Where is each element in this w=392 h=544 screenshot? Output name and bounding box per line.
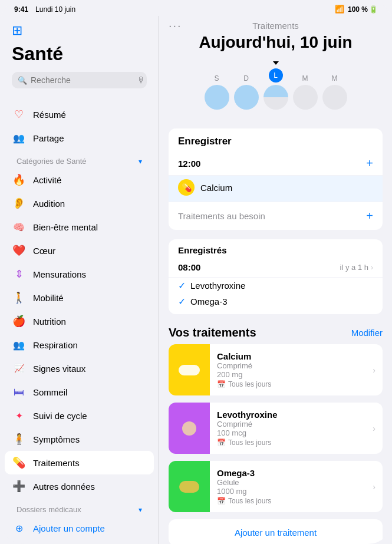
- sidebar-item-coeur[interactable]: ❤️ Cœur: [5, 239, 154, 262]
- sidebar-item-partage[interactable]: 👥 Partage: [5, 126, 154, 150]
- sidebar: ⊞ Santé 🔍 🎙 ♡ Résumé 👥 Partage: [0, 16, 159, 544]
- sidebar-item-autres[interactable]: ➕ Autres données: [5, 474, 154, 498]
- sidebar-title: Santé: [12, 43, 147, 65]
- add-treatment-button[interactable]: Ajouter un traitement: [169, 519, 383, 544]
- sidebar-item-traitements[interactable]: 💊 Traitements: [5, 451, 154, 474]
- sidebar-item-sommeil[interactable]: 🛏 Sommeil: [5, 380, 154, 404]
- search-icon: 🔍: [18, 76, 27, 85]
- omega3-treatment-dose: 1000 mg: [217, 487, 365, 496]
- enregistrer-title: Enregistrer: [169, 128, 383, 152]
- omega3-info: Omega-3 Gélule 1000 mg 📅 Tous les jours: [210, 461, 373, 512]
- fire-icon: 🔥: [12, 173, 26, 187]
- add-1200-button[interactable]: +: [366, 157, 373, 170]
- nutrition-icon: 🍎: [12, 314, 26, 328]
- battery-indicator: 100 % 🔋: [348, 5, 378, 14]
- status-date: Lundi 10 juin: [35, 5, 75, 14]
- sidebar-item-respiration[interactable]: 👥 Respiration: [5, 333, 154, 357]
- search-bar[interactable]: 🔍 🎙: [12, 72, 147, 88]
- sidebar-label-partage: Partage: [33, 133, 64, 143]
- sidebar-item-audition[interactable]: 👂 Audition: [5, 192, 154, 215]
- add-besoin-button[interactable]: +: [366, 209, 373, 223]
- right-panel: ··· Traitements Aujourd'hui, 10 juin S D: [159, 16, 392, 544]
- modifier-button[interactable]: Modifier: [351, 328, 383, 338]
- day-circle-s1: [205, 85, 229, 110]
- sidebar-item-nutrition[interactable]: 🍎 Nutrition: [5, 309, 154, 333]
- treatment-item-calcium[interactable]: Calcium Comprimé 200 mg 📅 Tous les jours…: [169, 344, 383, 395]
- day-circle-l: [263, 85, 288, 110]
- enregistres-header: Enregistrés: [169, 239, 383, 258]
- calcium-med-row[interactable]: 💊 Calcium: [169, 176, 383, 202]
- symptomes-icon: 🧍: [12, 432, 26, 446]
- sidebar-item-resume[interactable]: ♡ Résumé: [5, 103, 154, 126]
- sidebar-item-bien-etre[interactable]: 🧠 Bien-être mental: [5, 215, 154, 239]
- day-item-m1[interactable]: M: [293, 74, 318, 110]
- levothyroxine-label: Levothyroxine: [190, 281, 245, 291]
- enregistres-time-label: 08:00: [178, 262, 200, 272]
- enregistres-time-row[interactable]: 08:00 il y a 1 h ›: [169, 258, 383, 278]
- calcium-chevron-icon: ›: [373, 344, 383, 395]
- day-item-s1[interactable]: S: [205, 74, 229, 110]
- levothyroxine-treatment-type: Comprimé: [217, 420, 365, 428]
- omega3-check-row: ✓ Omega-3: [169, 294, 383, 314]
- sidebar-label-suivi: Suivi de cycle: [33, 411, 87, 421]
- treatment-item-levothyroxine[interactable]: Levothyroxine Comprimé 100 mcg 📅 Tous le…: [169, 403, 383, 454]
- levothyroxine-thumb: [169, 403, 210, 454]
- mic-icon[interactable]: 🎙: [137, 75, 146, 85]
- heart-icon: ♡: [12, 107, 26, 121]
- omega3-thumb: [169, 461, 210, 512]
- sidebar-item-suivi[interactable]: ✦ Suivi de cycle: [5, 404, 154, 427]
- omega3-chevron-icon: ›: [373, 461, 383, 512]
- sidebar-label-resume: Résumé: [33, 110, 66, 120]
- chevron-down-icon[interactable]: ▾: [139, 157, 142, 166]
- sidebar-label-coeur: Cœur: [33, 246, 55, 256]
- day-label-l: L: [269, 68, 283, 83]
- day-item-l[interactable]: L: [263, 61, 288, 110]
- sidebar-label-ajouter-compte: Ajouter un compte: [33, 523, 105, 533]
- sidebar-label-signes: Signes vitaux: [33, 364, 85, 374]
- levothyroxine-treatment-dose: 100 mcg: [217, 428, 365, 437]
- sidebar-label-respiration: Respiration: [33, 340, 78, 350]
- day-circle-d: [234, 85, 259, 110]
- device-frame: 9:41 Lundi 10 juin 📶 100 % 🔋 ⊞ Santé 🔍 🎙: [0, 0, 392, 544]
- chevron-right-icon: ›: [371, 263, 373, 272]
- signes-icon: 📈: [12, 361, 26, 375]
- dossiers-chevron-icon[interactable]: ▾: [139, 506, 142, 514]
- sidebar-item-signes[interactable]: 📈 Signes vitaux: [5, 357, 154, 380]
- sidebar-item-mobilite[interactable]: 🚶 Mobilité: [5, 286, 154, 309]
- suivi-icon: ✦: [12, 408, 26, 423]
- day-item-d[interactable]: D: [234, 74, 259, 110]
- check-levothyroxine-icon: ✓: [178, 280, 186, 291]
- omega3-treatment-name: Omega-3: [217, 468, 365, 478]
- panel-title: Traitements: [252, 21, 299, 31]
- enregistres-time-ago: il y a 1 h ›: [340, 263, 373, 272]
- mobilite-icon: 🚶: [12, 291, 26, 305]
- levothyroxine-pill-shape: [182, 421, 196, 436]
- calcium-icon: 💊: [178, 179, 195, 196]
- search-input[interactable]: [31, 75, 134, 85]
- day-circle-m2: [322, 85, 347, 110]
- day-circle-m1: [293, 85, 318, 110]
- ear-icon: 👂: [12, 196, 26, 210]
- sidebar-item-activite[interactable]: 🔥 Activité: [5, 168, 154, 192]
- sidebar-label-mobilite: Mobilité: [33, 293, 64, 303]
- sidebar-item-ajouter-compte[interactable]: ⊕ Ajouter un compte: [5, 516, 154, 540]
- date-section: Aujourd'hui, 10 juin S D: [159, 33, 392, 128]
- sidebar-item-symptomes[interactable]: 🧍 Symptômes: [5, 427, 154, 451]
- sidebar-label-autres: Autres données: [33, 482, 95, 492]
- sidebar-label-audition: Audition: [33, 199, 65, 209]
- day-item-m2[interactable]: M: [322, 74, 347, 110]
- calcium-pill-icon: 💊: [182, 183, 192, 192]
- more-options-dots[interactable]: ···: [169, 19, 182, 32]
- time-row-1200: 12:00 +: [169, 152, 383, 176]
- calcium-info: Calcium Comprimé 200 mg 📅 Tous les jours: [210, 344, 373, 395]
- treatments-header: Vos traitements Modifier: [169, 324, 383, 344]
- calendar-icon: 📅: [217, 380, 226, 388]
- treatment-item-omega3[interactable]: Omega-3 Gélule 1000 mg 📅 Tous les jours …: [169, 461, 383, 512]
- day-label-m1: M: [302, 74, 308, 83]
- calcium-pill-shape: [179, 365, 200, 375]
- ajouter-compte-icon: ⊕: [12, 521, 26, 535]
- sidebar-item-mensurations[interactable]: ⇕ Mensurations: [5, 262, 154, 286]
- sommeil-icon: 🛏: [12, 385, 26, 399]
- omega3-pill-shape: [179, 481, 199, 493]
- calendar-omega-icon: 📅: [217, 497, 226, 505]
